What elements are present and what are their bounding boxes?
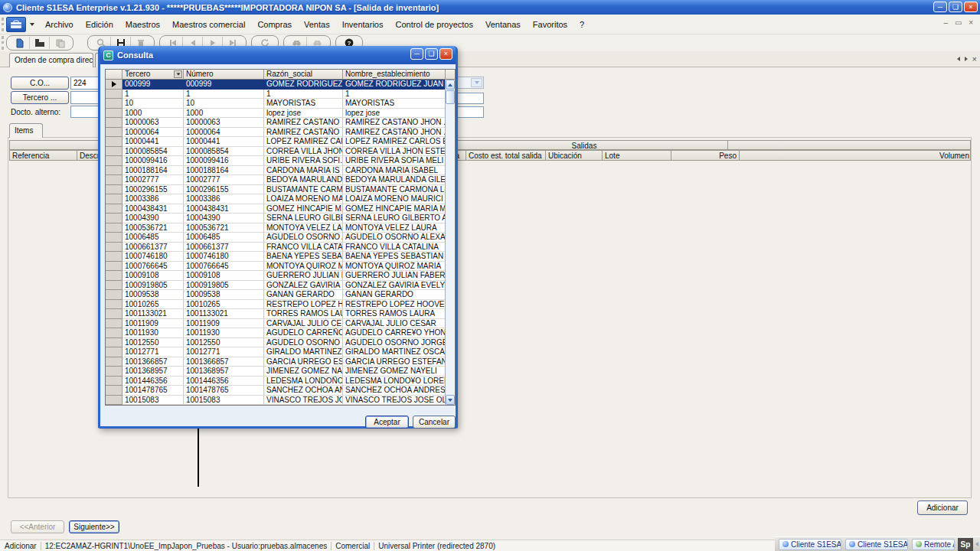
siguiente-button[interactable]: Siguiente>> [69, 520, 119, 533]
tab-items[interactable]: Items [9, 123, 43, 138]
taskbar-item-cliente-2[interactable]: Cliente S1ESA ... [845, 539, 908, 550]
table-row[interactable]: 1000953810009538GANAN GERARDOGANAN GERAR… [106, 290, 455, 300]
tab-scroll-left-icon[interactable] [957, 57, 960, 61]
cell-r[interactable]: AGUDELO OSORNO A [264, 233, 343, 243]
cell-t[interactable]: 10009108 [122, 271, 184, 281]
header-razon-social[interactable]: Razón_social [264, 70, 343, 79]
aceptar-button[interactable]: Aceptar [365, 416, 409, 429]
cell-n[interactable]: 1000099416 [184, 156, 264, 166]
tercero-input[interactable] [70, 91, 101, 104]
table-row[interactable]: 1000648510006485AGUDELO OSORNO AAGUDELO … [106, 233, 455, 243]
row-selector-cell[interactable] [106, 99, 122, 109]
cell-n[interactable]: 1000919805 [184, 281, 264, 291]
cell-e[interactable]: BEDOYA MARULANDA GILE [343, 175, 446, 185]
cell-r[interactable]: MONTOYA QUIROZ M [264, 262, 343, 272]
cell-t[interactable]: 10015083 [122, 396, 184, 406]
cell-e[interactable]: GANAN GERARDO [343, 290, 446, 300]
copy-icon[interactable] [50, 37, 70, 49]
cell-e[interactable]: 1 [343, 90, 446, 99]
scroll-down-icon[interactable] [446, 395, 455, 405]
cell-r[interactable]: CARDONA MARIA IS [264, 166, 343, 176]
cell-e[interactable]: CARVAJAL JULIO CESAR [343, 319, 446, 329]
row-selector-cell[interactable] [106, 223, 122, 233]
col-referencia[interactable]: Referencia [10, 151, 77, 160]
col-peso[interactable]: Peso [671, 151, 740, 160]
cell-n[interactable]: 1001478765 [184, 386, 264, 396]
cell-n[interactable]: 10004390 [184, 214, 264, 223]
cell-t[interactable]: 1 [122, 90, 184, 99]
cell-r[interactable]: RAMIREZ CASTANO [264, 118, 343, 128]
cell-n[interactable]: 10000064 [184, 128, 264, 138]
row-selector-cell[interactable] [106, 262, 122, 272]
row-selector-cell[interactable] [106, 386, 122, 396]
cell-e[interactable]: GOMEZ HINCAPIE MARIA M [343, 204, 446, 214]
row-selector-cell[interactable] [106, 377, 122, 386]
cell-n[interactable]: 1000746180 [184, 252, 264, 262]
cell-r[interactable]: GOMEZ RODRIGUEZ [264, 80, 343, 90]
cell-t[interactable]: 10010265 [122, 300, 184, 310]
cell-t[interactable]: 10004390 [122, 214, 184, 223]
cell-t[interactable]: 1000438431 [122, 204, 184, 214]
row-selector-cell[interactable] [106, 367, 122, 377]
cell-r[interactable]: LOPEZ RAMIREZ CAR [264, 137, 343, 147]
taskbar-collapse-icon[interactable] [975, 542, 978, 546]
table-row[interactable]: 1000006310000063RAMIREZ CASTANORAMIREZ C… [106, 118, 455, 128]
menu-item-compras[interactable]: Compras [251, 18, 298, 31]
cancelar-button[interactable]: Cancelar [413, 416, 456, 429]
table-row[interactable]: 1000044110000441LOPEZ RAMIREZ CARLOPEZ R… [106, 137, 455, 147]
row-selector-cell[interactable] [106, 109, 122, 119]
cell-e[interactable]: CARDONA MARIA ISABEL [343, 166, 446, 176]
cell-n[interactable]: 10012550 [184, 338, 264, 348]
row-selector-cell[interactable] [106, 338, 122, 348]
cell-r[interactable]: RAMIREZ CASTAÑO [264, 128, 343, 138]
consulta-vscrollbar[interactable] [445, 80, 455, 405]
col-lote[interactable]: Lote [603, 151, 671, 160]
dialog-maximize-button[interactable]: ❏ [425, 48, 438, 60]
table-row[interactable]: 1000439010004390SERNA LEURO GILBESERNA L… [106, 214, 455, 223]
table-row[interactable]: 1000006410000064RAMIREZ CASTAÑORAMIREZ C… [106, 128, 455, 138]
col-volumen[interactable]: Volumen [740, 151, 972, 160]
cell-e[interactable]: JIMENEZ GOMEZ NAYELI [343, 367, 446, 377]
table-row[interactable]: 10001881641000188164CARDONA MARIA ISCARD… [106, 166, 455, 176]
row-selector-cell[interactable] [106, 214, 122, 223]
cell-r[interactable]: LEDESMA LONDOÑO [264, 377, 343, 386]
table-row[interactable]: 10007461801000746180BAENA YEPES SEBASBAE… [106, 252, 455, 262]
cell-n[interactable]: 1000 [184, 109, 264, 119]
cell-t[interactable]: 1000296155 [122, 185, 184, 195]
cell-n[interactable]: 10000441 [184, 137, 264, 147]
cell-e[interactable]: lopez jose [343, 109, 446, 119]
cell-n[interactable]: 1000661377 [184, 243, 264, 253]
cell-t[interactable]: 10011909 [122, 319, 184, 329]
col-costo-est-total-salida[interactable]: Costo est. total salida [466, 151, 546, 160]
cell-e[interactable]: RESTREPO LOPEZ HOOVER [343, 300, 446, 310]
restore-button[interactable]: ❏ [949, 2, 962, 12]
table-row[interactable]: 1000277710002777BEDOYA MARULAND.BEDOYA M… [106, 175, 455, 185]
row-selector-cell[interactable] [106, 243, 122, 253]
cell-e[interactable]: SANCHEZ OCHOA ANDRES [343, 386, 446, 396]
table-row[interactable]: 10004384311000438431GOMEZ HINCAPIE M.GOM… [106, 204, 455, 214]
menu-item-edicion[interactable]: Edición [80, 18, 119, 31]
briefcase-icon[interactable] [6, 17, 26, 32]
cell-r[interactable]: GONZALEZ GAVIRIA [264, 281, 343, 291]
cell-e[interactable]: VINASCO TREJOS JOSE OL [343, 396, 446, 406]
table-row[interactable]: 10014787651001478765SANCHEZ OCHOA ANSANC… [106, 386, 455, 396]
cell-e[interactable]: FRANCO VILLA CATALINA [343, 243, 446, 253]
consulta-dialog-titlebar[interactable]: C Consulta ─ ❏ × [100, 46, 456, 64]
cell-e[interactable]: CORREA VILLA JHON ESTE [343, 147, 446, 157]
scroll-up-icon[interactable] [446, 80, 455, 90]
dialog-minimize-button[interactable]: ─ [410, 48, 423, 60]
row-selector-cell[interactable] [106, 137, 122, 147]
cell-t[interactable]: 1000085854 [122, 147, 184, 157]
cell-r[interactable]: GANAN GERARDO [264, 290, 343, 300]
filter-dropdown-button[interactable] [174, 70, 182, 78]
menu-item-inventarios[interactable]: Inventarios [336, 18, 390, 31]
row-selector-cell[interactable] [106, 204, 122, 214]
row-selector-cell[interactable] [106, 252, 122, 262]
cell-n[interactable]: 10011930 [184, 328, 264, 338]
row-selector-cell[interactable] [106, 290, 122, 300]
cell-r[interactable]: SANCHEZ OCHOA AN [264, 386, 343, 396]
cell-n[interactable]: 10 [184, 99, 264, 109]
docto-alterno-input[interactable] [70, 106, 101, 118]
cell-t[interactable]: 10000063 [122, 118, 184, 128]
cell-t[interactable]: 10009538 [122, 290, 184, 300]
